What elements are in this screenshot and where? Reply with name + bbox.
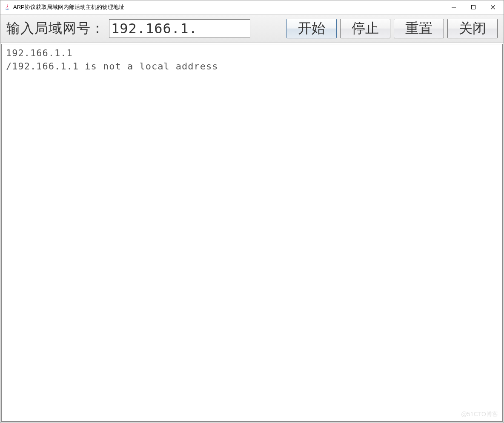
close-app-button[interactable]: 关闭 [447, 19, 498, 38]
output-text: 192.166.1.1 /192.166.1.1 is not a local … [6, 48, 218, 72]
window-controls [444, 0, 503, 14]
stop-button[interactable]: 停止 [340, 19, 390, 38]
output-textarea[interactable]: 192.166.1.1 /192.166.1.1 is not a local … [1, 44, 503, 422]
toolbar: 输入局域网号： 开始 停止 重置 关闭 [0, 14, 504, 43]
maximize-button[interactable] [464, 0, 483, 14]
network-label: 输入局域网号： [6, 19, 105, 38]
close-button[interactable] [483, 0, 503, 14]
window-title: ARP协议获取局域网内部活动主机的物理地址 [13, 3, 444, 11]
start-button[interactable]: 开始 [286, 19, 337, 38]
network-input[interactable] [109, 19, 250, 38]
minimize-button[interactable] [444, 0, 464, 14]
reset-button[interactable]: 重置 [394, 19, 444, 38]
titlebar: ARP协议获取局域网内部活动主机的物理地址 [0, 0, 504, 14]
java-app-icon [4, 4, 11, 11]
app-window: ARP协议获取局域网内部活动主机的物理地址 输入局域网号： 开始 停止 重置 关… [0, 0, 504, 423]
svg-rect-2 [472, 6, 475, 9]
watermark: @51CTO博客 [461, 410, 498, 419]
svg-point-0 [5, 9, 9, 10]
